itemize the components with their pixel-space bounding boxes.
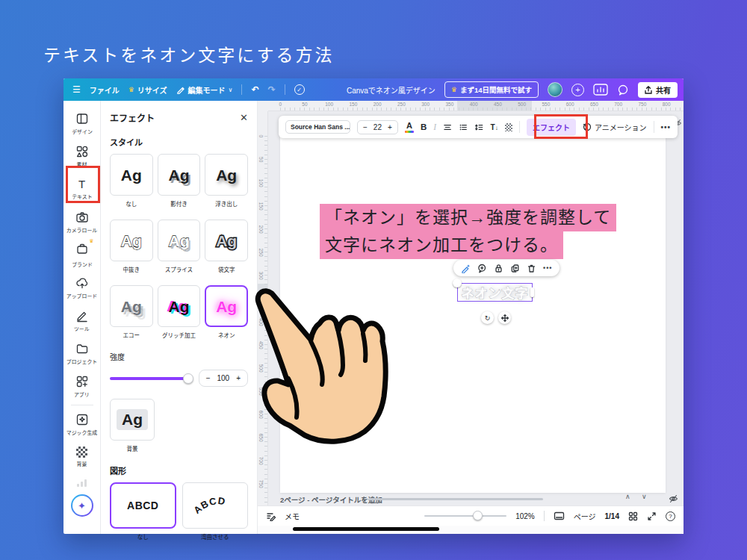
zoom-slider[interactable] <box>424 515 506 517</box>
page-count: 1/14 <box>605 512 619 520</box>
font-selector[interactable]: Source Han Sans ... <box>285 120 350 134</box>
shape-none[interactable]: ABCDなし <box>110 482 176 541</box>
decrease-button[interactable]: − <box>206 374 211 382</box>
note-highlight-text[interactable]: 「ネオン」を選択→強度を調整して 文字にネオン加工をつける。 <box>320 204 616 259</box>
sidebar-item-upload[interactable]: アップロード <box>63 271 100 304</box>
selected-text-element[interactable]: ネオン文字 <box>457 283 533 302</box>
shape-curve[interactable]: ABCD 湾曲させる <box>182 482 249 541</box>
collapse-down-icon[interactable]: ∨ <box>642 493 647 500</box>
style-splice[interactable]: Agスプライス <box>158 220 201 273</box>
magic-assistant-button[interactable]: ✦ <box>71 494 93 517</box>
list-icon[interactable] <box>459 122 468 132</box>
font-size-value[interactable]: 22 <box>374 123 382 131</box>
style-glitch[interactable]: Agグリッチ加工 <box>158 285 201 339</box>
fullscreen-icon[interactable] <box>647 511 657 521</box>
zoom-thumb[interactable] <box>473 511 483 520</box>
window-bottom <box>258 526 684 534</box>
sidebar-item-camera-roll[interactable]: カメラロール <box>63 205 100 238</box>
free-trial-button[interactable]: ♛まず14日間無料で試す <box>444 81 539 98</box>
sidebar-item-projects[interactable]: プロジェクト <box>63 337 100 370</box>
style-neon[interactable]: Agネオン <box>205 285 248 339</box>
tutorial-headline: テキストをネオン文字にする方法 <box>43 41 335 66</box>
sidebar-item-tools[interactable]: ツール <box>63 304 100 337</box>
menu-resize[interactable]: ♛リサイズ <box>128 84 167 96</box>
background-icon <box>76 447 87 458</box>
divider <box>71 405 93 405</box>
hamburger-menu-icon[interactable]: ☰ <box>72 84 81 95</box>
vertical-text-icon[interactable]: T↓ <box>491 123 498 131</box>
effect-background[interactable]: Ag 背景 <box>110 399 155 452</box>
sidebar-item-magic-generate[interactable]: マジック生成 <box>63 408 100 441</box>
move-handle[interactable] <box>498 311 511 324</box>
line-spacing-icon[interactable] <box>474 122 483 132</box>
divider <box>519 121 520 133</box>
bold-button[interactable]: B <box>421 122 427 131</box>
menu-edit-mode[interactable]: 編集モード∨ <box>176 84 233 96</box>
ruler-corner <box>258 101 268 111</box>
style-none[interactable]: Agなし <box>110 154 153 208</box>
style-hollow[interactable]: Ag中抜き <box>110 220 153 273</box>
help-icon[interactable]: ? <box>666 511 675 521</box>
style-lift[interactable]: Ag浮き出し <box>205 154 248 208</box>
pages-button[interactable]: ページ <box>574 511 596 522</box>
size-increase[interactable]: + <box>388 123 392 131</box>
collapse-up-icon[interactable]: ∧ <box>625 493 630 500</box>
sidebar-item-background[interactable]: 背景 <box>63 441 100 473</box>
comment-icon[interactable] <box>617 84 629 96</box>
sidebar-item-elements[interactable]: 素材 <box>63 140 100 172</box>
sidebar-item-brand[interactable]: ♛ ブランド <box>63 238 100 271</box>
camera-icon <box>75 211 89 224</box>
transparency-icon[interactable] <box>505 123 512 131</box>
magic-edit-icon[interactable] <box>461 264 471 273</box>
redo-button: ↷ <box>267 84 275 95</box>
sidebar-item-apps[interactable]: アプリ <box>63 370 100 402</box>
intensity-value[interactable]: 100 <box>217 374 229 382</box>
apps-icon <box>75 375 89 388</box>
comment-add-icon[interactable] <box>477 264 487 273</box>
delete-icon[interactable] <box>527 264 536 273</box>
animate-icon <box>583 122 592 131</box>
rotate-handle[interactable]: ↻ <box>481 311 494 324</box>
sidebar-item-design[interactable]: デザイン <box>63 107 100 140</box>
neon-text[interactable]: ネオン文字 <box>462 283 529 302</box>
intensity-slider[interactable] <box>110 377 191 380</box>
text-color-button[interactable]: A <box>405 122 414 133</box>
add-member-button[interactable]: + <box>571 84 584 96</box>
move-icon <box>501 314 509 322</box>
document-title[interactable]: Canvaでネオン風デザイン <box>347 84 436 96</box>
sparkle-icon: ✦ <box>78 500 86 511</box>
effects-button[interactable]: エフェクト <box>527 119 576 136</box>
animate-button[interactable]: アニメーション <box>583 122 647 133</box>
hide-pages-eye-icon[interactable] <box>669 494 678 503</box>
style-outline[interactable]: Ag袋文字 <box>205 220 248 273</box>
sidebar-item-text[interactable]: T テキスト <box>63 172 100 205</box>
increase-button[interactable]: + <box>236 374 241 382</box>
pages-view-icon <box>554 511 565 520</box>
insights-icon[interactable] <box>593 84 608 96</box>
resize-handle[interactable] <box>453 279 462 287</box>
size-decrease[interactable]: − <box>363 123 368 131</box>
user-avatar[interactable] <box>548 82 562 97</box>
pointing-hand-cursor <box>247 287 388 446</box>
align-icon[interactable] <box>443 122 452 132</box>
share-button[interactable]: 共有 <box>638 82 678 98</box>
more-options-icon[interactable]: ••• <box>660 123 671 131</box>
font-size-stepper: − 22 + <box>357 120 398 134</box>
slider-thumb[interactable] <box>183 373 193 384</box>
style-echo[interactable]: Agエコー <box>110 285 153 339</box>
undo-button[interactable]: ↶ <box>251 84 258 95</box>
close-icon[interactable]: ✕ <box>240 112 248 123</box>
menu-file[interactable]: ファイル <box>90 84 120 96</box>
zoom-level[interactable]: 102% <box>515 512 535 520</box>
text-toolbar: Source Han Sans ... − 22 + A B I T↓ エフェク… <box>279 116 678 138</box>
style-shadow[interactable]: Ag影付き <box>158 154 201 208</box>
duplicate-icon[interactable] <box>510 264 520 273</box>
notes-button[interactable]: メモ <box>285 511 300 522</box>
side-handle[interactable] <box>530 287 534 297</box>
lock-icon[interactable] <box>494 264 503 273</box>
intensity-label: 強度 <box>110 351 248 362</box>
upload-cloud-icon <box>75 276 89 290</box>
more-options-icon[interactable]: ••• <box>543 264 552 272</box>
grid-view-icon[interactable] <box>628 511 638 521</box>
page-caption[interactable]: 2ページ - ページタイトルを追加 <box>280 494 382 505</box>
